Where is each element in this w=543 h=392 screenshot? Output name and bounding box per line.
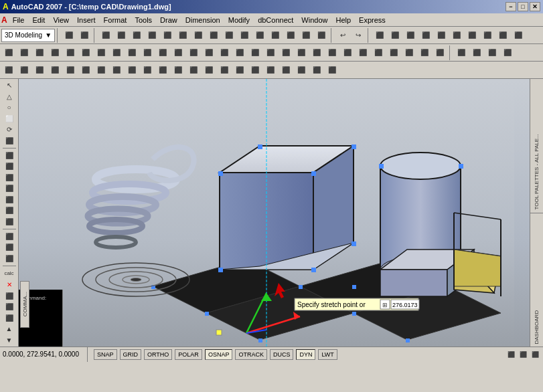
toolbar-btn[interactable]: ⬛ <box>418 28 433 43</box>
maximize-button[interactable]: □ <box>518 2 528 11</box>
toolbar-btn[interactable]: ⬛ <box>325 45 339 60</box>
toolbar-btn[interactable]: ⬛ <box>48 45 62 60</box>
toolbar-btn[interactable]: ⬛ <box>252 28 267 43</box>
lt-btn[interactable]: ⬛ <box>1 254 17 264</box>
toolbar-btn[interactable]: ⬛ <box>94 45 108 60</box>
toolbar-btn[interactable]: ⬛ <box>485 45 499 60</box>
toolbar-btn[interactable]: ⬛ <box>77 28 92 43</box>
toolbar-btn[interactable]: ⬛ <box>217 45 232 60</box>
toolbar-btn[interactable]: ⬛ <box>469 45 484 60</box>
toolbar-btn[interactable]: ⬛ <box>32 45 47 60</box>
toolbar-btn[interactable]: ⬛ <box>155 45 170 60</box>
menu-view[interactable]: View <box>49 15 73 25</box>
lt-btn[interactable]: ○ <box>1 102 17 113</box>
workspace-dropdown[interactable]: 3D Modeling ▼ <box>1 29 55 42</box>
otrack-button[interactable]: OTRACK <box>235 349 267 360</box>
osnap-button[interactable]: OSNAP <box>205 349 233 360</box>
viewport[interactable]: Specify stretch point or ⊞ 276.0173 Comm… <box>19 79 530 347</box>
toolbar-btn[interactable]: ⬛ <box>263 63 278 78</box>
toolbar-btn[interactable]: ⬛ <box>114 28 129 43</box>
lt-btn[interactable]: △ <box>1 92 17 102</box>
menu-format[interactable]: Format <box>100 15 131 25</box>
lt-btn[interactable]: ▲ <box>1 324 17 334</box>
toolbar-btn[interactable]: ⬛ <box>232 63 247 78</box>
snap-button[interactable]: SNAP <box>94 349 117 360</box>
lt-btn[interactable]: ⬛ <box>1 136 17 146</box>
toolbar-btn[interactable]: ⬛ <box>402 45 416 60</box>
toolbar-btn[interactable]: ⬛ <box>279 63 293 78</box>
status-icon-btn[interactable]: ⬛ <box>518 349 528 360</box>
toolbar-btn[interactable]: ⬛ <box>140 45 155 60</box>
lt-btn[interactable]: ⬛ <box>1 217 17 227</box>
canvas-area[interactable]: Specify stretch point or ⊞ 276.0173 Comm… <box>19 79 530 347</box>
lt-btn[interactable]: ⬛ <box>1 151 17 161</box>
toolbar-btn[interactable]: ⬛ <box>248 45 262 60</box>
lt-btn[interactable]: ⬛ <box>1 302 17 312</box>
menu-file[interactable]: File <box>9 15 29 25</box>
toolbar-btn[interactable]: ⬛ <box>63 63 78 78</box>
toolbar-btn[interactable]: ⬛ <box>171 45 185 60</box>
menu-dbconnect[interactable]: dbConnect <box>254 15 297 25</box>
toolbar-btn[interactable]: ⬛ <box>232 45 247 60</box>
toolbar-btn[interactable]: ⬛ <box>1 63 16 78</box>
lt-btn[interactable]: ⬛ <box>1 313 17 324</box>
menu-edit[interactable]: Edit <box>28 15 49 25</box>
grid-button[interactable]: GRID <box>120 349 142 360</box>
toolbar-btn[interactable]: ⬛ <box>202 63 216 78</box>
toolbar-btn[interactable]: ⬛ <box>125 63 139 78</box>
toolbar-btn[interactable]: ⬛ <box>372 28 387 43</box>
ortho-button[interactable]: ORTHO <box>144 349 172 360</box>
toolbar-btn[interactable]: ⬛ <box>309 63 324 78</box>
toolbar-btn[interactable]: ⬛ <box>299 28 313 43</box>
toolbar-btn[interactable]: ⬛ <box>98 28 113 43</box>
toolbar-btn[interactable]: ⬛ <box>186 45 201 60</box>
toolbar-btn[interactable]: ⬛ <box>155 63 170 78</box>
toolbar-btn[interactable]: ⬛ <box>175 28 190 43</box>
toolbar-btn[interactable]: ⬛ <box>202 45 216 60</box>
lt-btn[interactable]: ⬛ <box>1 183 17 194</box>
toolbar-btn[interactable]: ⬛ <box>248 63 262 78</box>
toolbar-btn[interactable]: ⬛ <box>294 63 309 78</box>
toolbar-btn[interactable]: ⬛ <box>17 63 31 78</box>
toolbar-btn[interactable]: ⬛ <box>78 63 93 78</box>
menu-modify[interactable]: Modify <box>224 15 254 25</box>
toolbar-btn[interactable]: ⬛ <box>140 63 155 78</box>
toolbar-btn[interactable]: ⬛ <box>386 45 401 60</box>
lt-btn[interactable]: ⬛ <box>1 161 17 172</box>
toolbar-btn[interactable]: ⬛ <box>63 45 78 60</box>
toolbar-btn[interactable]: ⬛ <box>78 45 93 60</box>
menu-tools[interactable]: Tools <box>131 15 156 25</box>
toolbar-btn[interactable]: ⬛ <box>325 63 339 78</box>
lt-btn[interactable]: ⬜ <box>1 114 17 124</box>
menu-express[interactable]: Express <box>355 15 390 25</box>
lt-btn[interactable]: ⬛ <box>1 291 17 302</box>
toolbar-btn[interactable]: ⬛ <box>340 45 355 60</box>
toolbar-btn[interactable]: ⬛ <box>1 45 16 60</box>
toolbar-btn[interactable]: ⬛ <box>160 28 175 43</box>
lt-btn[interactable]: ⬛ <box>1 205 17 216</box>
toolbar-btn[interactable]: ⬛ <box>263 45 278 60</box>
lt-btn[interactable]: ⬛ <box>1 242 17 253</box>
toolbar-btn[interactable]: ⬛ <box>125 45 139 60</box>
toolbar-btn[interactable]: ⬛ <box>17 45 31 60</box>
toolbar-btn[interactable]: ⬛ <box>434 28 449 43</box>
toolbar-btn[interactable]: ⬛ <box>206 28 221 43</box>
toolbar-btn[interactable]: ↪ <box>351 28 366 43</box>
toolbar-btn[interactable]: ⬛ <box>217 63 232 78</box>
lt-btn[interactable]: ▼ <box>1 335 17 346</box>
lt-btn[interactable]: ⬛ <box>1 231 17 242</box>
toolbar-btn[interactable]: ⬛ <box>32 63 47 78</box>
toolbar-btn[interactable]: ⬛ <box>495 28 510 43</box>
toolbar-btn[interactable]: ⬛ <box>191 28 206 43</box>
toolbar-btn[interactable]: ↩ <box>335 28 350 43</box>
toolbar-btn[interactable]: ⬛ <box>294 45 309 60</box>
title-bar-controls[interactable]: − □ ✕ <box>506 2 540 11</box>
menu-draw[interactable]: Draw <box>156 15 181 25</box>
menu-insert[interactable]: Insert <box>73 15 100 25</box>
toolbar-btn[interactable]: ⬛ <box>268 28 283 43</box>
lt-btn[interactable]: ⟳ <box>1 124 17 135</box>
menu-help[interactable]: Help <box>331 15 355 25</box>
menu-window[interactable]: Window <box>297 15 331 25</box>
toolbar-btn[interactable]: ⬛ <box>283 28 298 43</box>
close-button[interactable]: ✕ <box>530 2 540 11</box>
